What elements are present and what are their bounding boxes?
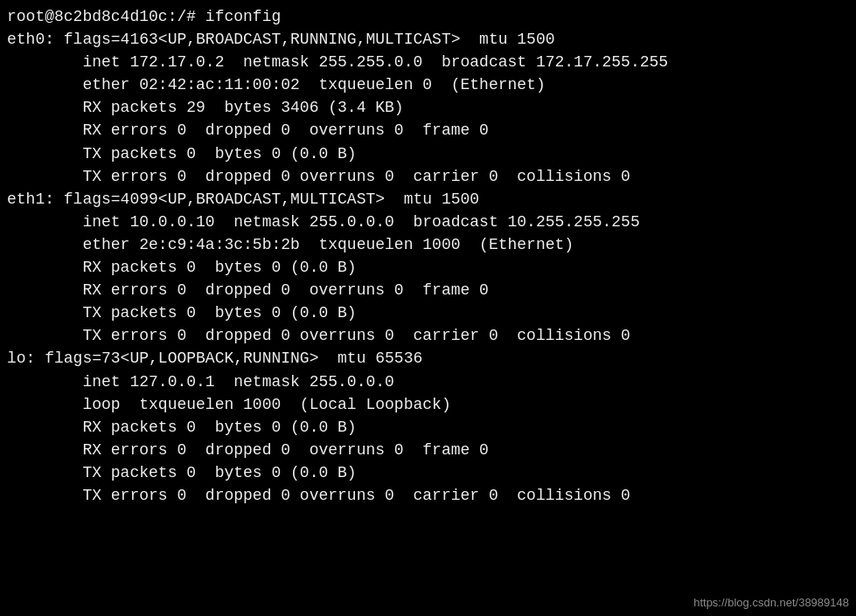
terminal-line: RX packets 0 bytes 0 (0.0 B) xyxy=(7,256,849,279)
terminal-line: inet 172.17.0.2 netmask 255.255.0.0 broa… xyxy=(7,51,849,73)
terminal-line: RX errors 0 dropped 0 overruns 0 frame 0 xyxy=(7,119,849,142)
terminal-line: RX errors 0 dropped 0 overruns 0 frame 0 xyxy=(7,439,849,461)
watermark: https://blog.csdn.net/38989148 xyxy=(693,596,849,609)
terminal-line: TX packets 0 bytes 0 (0.0 B) xyxy=(7,461,849,484)
terminal-line: root@8c2bd8c4d10c:/# ifconfig xyxy=(7,5,849,28)
terminal-line: TX errors 0 dropped 0 overruns 0 carrier… xyxy=(7,484,849,507)
terminal-line: ether 2e:c9:4a:3c:5b:2b txqueuelen 1000 … xyxy=(7,233,849,256)
terminal-line: inet 10.0.0.10 netmask 255.0.0.0 broadca… xyxy=(7,211,849,233)
terminal-line: ether 02:42:ac:11:00:02 txqueuelen 0 (Et… xyxy=(7,73,849,96)
terminal-line: RX packets 29 bytes 3406 (3.4 KB) xyxy=(7,96,849,119)
terminal-line: lo: flags=73<UP,LOOPBACK,RUNNING> mtu 65… xyxy=(7,347,849,370)
terminal-line: RX packets 0 bytes 0 (0.0 B) xyxy=(7,416,849,439)
terminal-line: TX packets 0 bytes 0 (0.0 B) xyxy=(7,301,849,324)
terminal-line: RX errors 0 dropped 0 overruns 0 frame 0 xyxy=(7,279,849,301)
terminal-line: TX packets 0 bytes 0 (0.0 B) xyxy=(7,142,849,165)
terminal-line: loop txqueuelen 1000 (Local Loopback) xyxy=(7,393,849,416)
terminal-line: TX errors 0 dropped 0 overruns 0 carrier… xyxy=(7,165,849,188)
terminal-window: root@8c2bd8c4d10c:/# ifconfigeth0: flags… xyxy=(0,0,856,616)
terminal-line: eth0: flags=4163<UP,BROADCAST,RUNNING,MU… xyxy=(7,28,849,51)
terminal-line: eth1: flags=4099<UP,BROADCAST,MULTICAST>… xyxy=(7,188,849,211)
terminal-line: inet 127.0.0.1 netmask 255.0.0.0 xyxy=(7,370,849,393)
terminal-output: root@8c2bd8c4d10c:/# ifconfigeth0: flags… xyxy=(7,5,849,507)
terminal-line: TX errors 0 dropped 0 overruns 0 carrier… xyxy=(7,324,849,347)
